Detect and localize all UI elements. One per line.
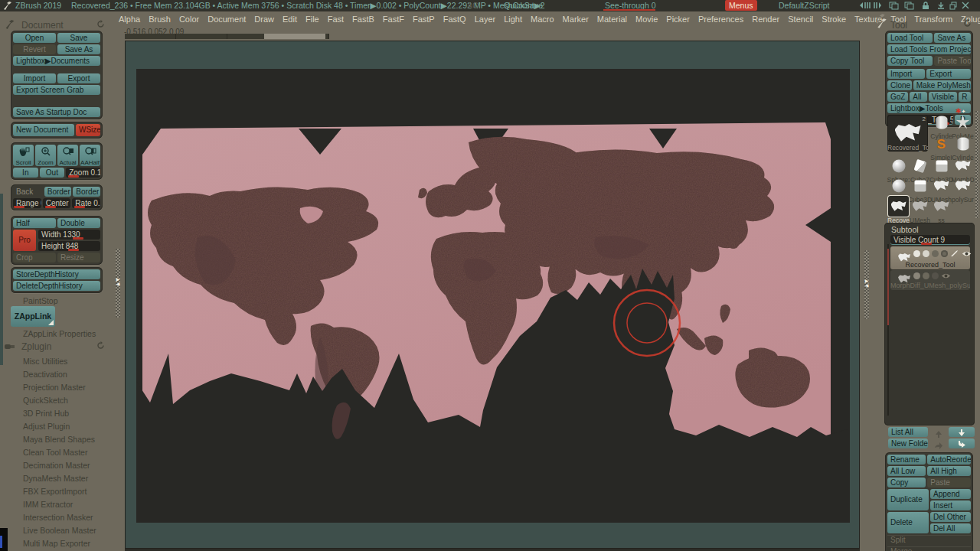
timeline-handle[interactable]: [264, 34, 325, 39]
delete-depth-history-button[interactable]: DeleteDepthHistory: [13, 281, 100, 291]
subtool-title[interactable]: Subtool: [891, 225, 919, 234]
new-document-button[interactable]: New Document: [13, 124, 74, 136]
subtool-item-selected[interactable]: Recovered_Tool: [890, 246, 970, 269]
menu-item[interactable]: Layer: [475, 15, 496, 26]
menu-item[interactable]: FastP: [413, 15, 435, 26]
tool-thumb-cylinder2[interactable]: Cylinde: [952, 133, 973, 154]
uv-toggle-icon[interactable]: [932, 250, 939, 257]
zplugin-item[interactable]: QuickSketch: [0, 394, 113, 407]
document-history-icon[interactable]: [96, 20, 105, 28]
restore-icon[interactable]: [949, 2, 957, 10]
list-all-button[interactable]: List All: [888, 427, 928, 437]
lightbox-documents-button[interactable]: Lightbox▶Documents: [13, 56, 100, 66]
crop-button[interactable]: Crop: [13, 253, 56, 262]
pro-button[interactable]: Pro: [13, 230, 36, 251]
zplugin-history-icon[interactable]: [96, 341, 105, 350]
menu-item[interactable]: Macro: [531, 15, 554, 26]
zplugin-item[interactable]: Intersection Masker: [0, 511, 113, 524]
half-button[interactable]: Half: [13, 218, 56, 228]
move-out-folder-button[interactable]: [930, 439, 946, 452]
border-button-1[interactable]: Border: [44, 187, 72, 197]
load-tool-button[interactable]: Load Tool: [887, 33, 933, 43]
zoom-slider[interactable]: Zoom 0.1: [66, 168, 100, 178]
zplugin-item[interactable]: 3D Print Hub: [0, 407, 113, 420]
left-divider-arrows[interactable]: ▶◀: [115, 277, 121, 286]
del-other-button[interactable]: Del Other: [930, 512, 971, 522]
menu-item[interactable]: Draw: [254, 15, 274, 26]
tool-save-as-button[interactable]: Save As: [934, 33, 971, 43]
copy-button[interactable]: Copy: [887, 478, 926, 487]
tool-thumb-recovered-selected[interactable]: Recove: [888, 196, 909, 217]
document-2d-canvas[interactable]: [136, 69, 850, 523]
tool-thumb-cube7[interactable]: Cube7: [910, 155, 930, 176]
polypaint-toggle2-icon[interactable]: [923, 250, 929, 257]
eye-icon[interactable]: [962, 250, 972, 257]
insert-button[interactable]: Insert: [930, 500, 971, 510]
zplugin-item[interactable]: Adjust Plugin: [0, 420, 113, 433]
menu-item[interactable]: Material: [597, 15, 627, 26]
new-folder-button[interactable]: New Folder: [888, 439, 928, 448]
menu-item[interactable]: Picker: [666, 15, 690, 26]
tool-thumb-cube3d2[interactable]: Cube3D: [910, 175, 930, 196]
menu-item[interactable]: FastF: [383, 15, 404, 26]
menus-button[interactable]: Menus: [725, 0, 757, 11]
defaultzscript-button[interactable]: DefaultZScript: [779, 1, 830, 10]
zplugin-item[interactable]: Multi Map Exporter: [0, 537, 113, 550]
eye-icon[interactable]: [941, 272, 951, 279]
paintstop-item[interactable]: PaintStop: [23, 296, 58, 305]
zplugin-item[interactable]: Misc Utilities: [0, 355, 113, 368]
height-slider[interactable]: Height 848: [38, 241, 100, 251]
zplugin-item[interactable]: Deactivation: [0, 368, 113, 381]
menu-item[interactable]: File: [305, 15, 319, 26]
menu-item[interactable]: Stencil: [788, 15, 813, 26]
quicksave-button[interactable]: QuickSave: [504, 1, 543, 10]
polypaint-toggle-icon[interactable]: [913, 250, 920, 257]
border-button-2[interactable]: Border: [73, 187, 100, 197]
make-polymesh3d-button[interactable]: Make PolyMesh3D: [913, 80, 971, 90]
minimize-icon[interactable]: [937, 2, 945, 10]
split-button[interactable]: Split: [887, 535, 971, 545]
tool-thumb-umesh[interactable]: UMesh: [931, 175, 952, 196]
zoom-button[interactable]: Zoom: [35, 145, 56, 166]
tool-thumb-sphere[interactable]: Sphere:: [888, 155, 909, 176]
zplugin-item[interactable]: DynaMesh Master: [0, 472, 113, 485]
import-button[interactable]: Import: [13, 73, 56, 83]
zplugin-panel-title[interactable]: Zplugin: [21, 341, 51, 352]
range-slider[interactable]: Range 0: [13, 198, 41, 208]
center-slider[interactable]: Center: [43, 198, 71, 208]
visible-button[interactable]: Visible: [929, 92, 957, 102]
tool-thumb-cube3d[interactable]: Cube3D: [931, 155, 952, 176]
delete-button[interactable]: Delete: [887, 512, 929, 533]
copy-tool-button[interactable]: Copy Tool: [887, 56, 933, 66]
right-divider-arrows[interactable]: ▶◀: [864, 279, 870, 288]
zplugin-item[interactable]: Maya Blend Shapes: [0, 433, 113, 446]
visible-count-slider[interactable]: Visible Count 9: [890, 235, 970, 245]
double-button[interactable]: Double: [57, 218, 100, 228]
menu-item[interactable]: Document: [207, 15, 246, 26]
zplugin-item[interactable]: Projection Master: [0, 381, 113, 394]
move-down-button[interactable]: [949, 427, 975, 437]
zapplink-button[interactable]: ZAppLink: [11, 306, 55, 327]
menu-item[interactable]: Transform: [914, 15, 952, 26]
tool-thumb-umesh2[interactable]: UMesh: [910, 196, 930, 217]
displacement-toggle-icon[interactable]: [941, 250, 948, 257]
move-into-folder-button[interactable]: [949, 439, 975, 448]
menu-item[interactable]: Alpha: [119, 15, 140, 26]
goz-button[interactable]: GoZ: [887, 92, 908, 102]
close-icon[interactable]: [962, 2, 969, 10]
export-button[interactable]: Export: [57, 73, 100, 83]
tool-panel-scrollbar[interactable]: [975, 111, 979, 218]
zoom-out-button[interactable]: Out: [40, 168, 65, 178]
menu-item[interactable]: Stroke: [822, 15, 846, 26]
tool-thumb-cylinder[interactable]: Cylinde: [931, 112, 952, 132]
menu-item[interactable]: Edit: [283, 15, 297, 26]
polypaint-toggle-icon[interactable]: [913, 272, 920, 279]
scroll-button[interactable]: Scroll: [13, 145, 34, 166]
brush-icon[interactable]: [950, 249, 959, 257]
tool-thumb-sphere2[interactable]: Sphere:: [888, 175, 909, 196]
save-as-startup-doc-button[interactable]: Save As Startup Doc: [13, 107, 100, 117]
menu-item[interactable]: FastQ: [443, 15, 466, 26]
all-button[interactable]: All: [910, 92, 926, 102]
autoreorder-button[interactable]: AutoReorder: [927, 455, 971, 465]
panel-pages-icons[interactable]: [888, 2, 916, 10]
